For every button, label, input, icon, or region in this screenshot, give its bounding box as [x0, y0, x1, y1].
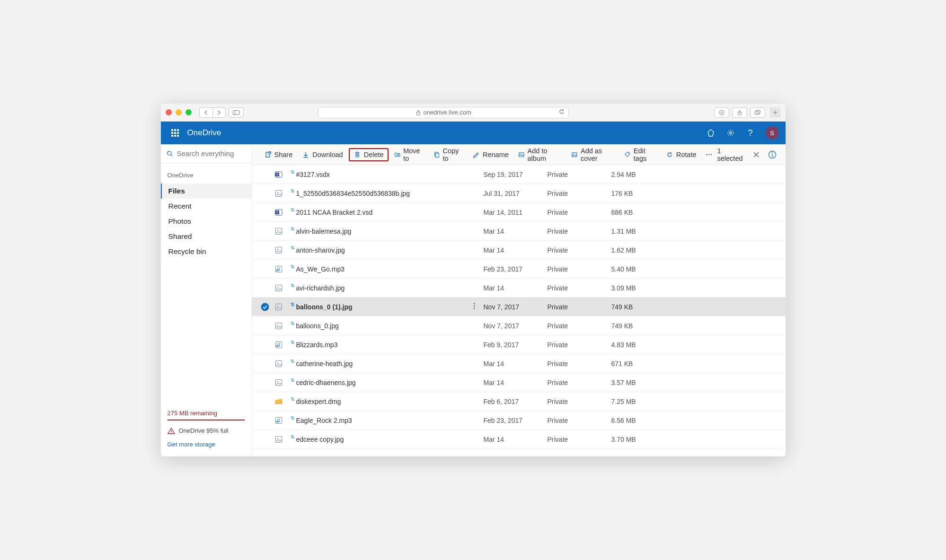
sidebar-item-files[interactable]: Files	[161, 184, 251, 199]
settings-icon[interactable]	[726, 128, 735, 138]
file-row[interactable]: V⇅2011 NCAA Bracket 2.vsdMar 14, 2011Pri…	[252, 203, 786, 222]
file-name-cell[interactable]: ⇅2011 NCAA Bracket 2.vsd	[291, 209, 470, 216]
share-label: Share	[274, 151, 293, 158]
sidebar-item-recycle-bin[interactable]: Recycle bin	[161, 244, 251, 259]
file-name-cell[interactable]: ⇅balloons_0 (1).jpg	[291, 303, 470, 311]
file-row[interactable]: ⇅alvin-balemesa.jpgMar 14Private1.31 MB	[252, 222, 786, 241]
file-row[interactable]: ⇅avi-richardsh.jpgMar 14Private3.09 MB	[252, 279, 786, 298]
file-sharing: Private	[548, 379, 611, 386]
file-row[interactable]: ⇅Eagle_Rock 2.mp3Feb 23, 2017Private6.56…	[252, 411, 786, 430]
file-sharing: Private	[548, 303, 611, 311]
file-size: 4.83 MB	[611, 341, 668, 349]
delete-button[interactable]: Delete	[349, 148, 389, 161]
visio-file-icon: V	[274, 170, 283, 179]
avatar[interactable]: S	[766, 126, 779, 140]
file-name: alvin-balemesa.jpg	[296, 228, 352, 235]
share-button[interactable]: Share	[260, 149, 297, 160]
svg-point-62	[473, 265, 475, 267]
maximize-window-button[interactable]	[186, 109, 192, 115]
file-row[interactable]: ⇅catherine-heath.jpgMar 14Private671 KB	[252, 354, 786, 373]
file-name-cell[interactable]: ⇅Eagle_Rock 2.mp3	[291, 417, 470, 424]
file-name-cell[interactable]: ⇅diskexpert.dmg	[291, 398, 470, 405]
tabs-button[interactable]	[750, 107, 765, 118]
file-modified: Sep 19, 2017	[484, 171, 548, 178]
app-launcher-button[interactable]	[168, 125, 183, 140]
file-name-cell[interactable]: ⇅avi-richardsh.jpg	[291, 284, 470, 292]
minimize-window-button[interactable]	[176, 109, 182, 115]
sidebar-toggle-button[interactable]	[229, 107, 244, 118]
file-name-cell[interactable]: ⇅alvin-balemesa.jpg	[291, 228, 470, 235]
edit-tags-button[interactable]: Edit tags	[620, 145, 660, 164]
svg-point-80	[473, 327, 475, 328]
add-to-album-button[interactable]: Add to album	[514, 145, 566, 164]
file-modified: Feb 23, 2017	[484, 265, 548, 273]
sidebar-item-recent[interactable]: Recent	[161, 199, 251, 214]
file-row[interactable]: ⇅1_52550d536834e52550d536838b.jpgJul 31,…	[252, 184, 786, 203]
file-row[interactable]: V⇅#3127.vsdxSep 19, 2017Private2.94 MB	[252, 165, 786, 184]
svg-rect-6	[756, 110, 760, 114]
svg-rect-7	[171, 129, 173, 131]
image-file-icon	[274, 189, 283, 198]
sidebar-item-photos[interactable]: Photos	[161, 214, 251, 229]
svg-point-93	[473, 381, 475, 383]
help-icon[interactable]: ?	[746, 128, 755, 138]
back-button[interactable]	[199, 107, 212, 118]
add-to-album-label: Add to album	[527, 147, 562, 162]
svg-point-92	[473, 379, 475, 380]
svg-point-58	[473, 246, 475, 248]
file-name-cell[interactable]: ⇅#3127.vsdx	[291, 171, 470, 178]
svg-point-33	[772, 152, 773, 153]
row-select-checkbox[interactable]	[256, 303, 274, 311]
search-input[interactable]	[177, 149, 245, 158]
rename-button[interactable]: Rename	[469, 149, 513, 160]
file-name-cell[interactable]: ⇅catherine-heath.jpg	[291, 360, 470, 368]
file-size: 3.70 MB	[611, 436, 668, 443]
more-actions-button[interactable]	[702, 149, 716, 160]
share-page-button[interactable]	[732, 107, 747, 118]
rotate-button[interactable]: Rotate	[662, 149, 700, 160]
file-row[interactable]: ⇅diskexpert.dmgFeb 6, 2017Private7.25 MB	[252, 392, 786, 411]
row-more-button[interactable]	[470, 302, 484, 311]
file-size: 686 KB	[611, 209, 668, 216]
file-row[interactable]: ⇅As_We_Go.mp3Feb 23, 2017Private5.40 MB	[252, 260, 786, 279]
file-row[interactable]: ⇅balloons_0 (1).jpgNov 7, 2017Private749…	[252, 298, 786, 316]
copy-to-button[interactable]: Copy to	[430, 145, 467, 164]
file-row[interactable]: ⇅cedric-dhaenens.jpgMar 14Private3.57 MB	[252, 373, 786, 392]
file-row[interactable]: ⇅edceee copy.jpgMar 14Private3.70 MB	[252, 430, 786, 449]
get-more-storage-link[interactable]: Get more storage	[168, 441, 245, 448]
info-pane-button[interactable]	[768, 149, 777, 160]
file-sharing: Private	[548, 417, 611, 424]
file-name-cell[interactable]: ⇅1_52550d536834e52550d536838b.jpg	[291, 190, 470, 197]
downloads-button[interactable]	[714, 107, 729, 118]
svg-point-16	[729, 132, 732, 134]
address-bar[interactable]: onedrive.live.com	[318, 107, 569, 118]
file-name-cell[interactable]: ⇅balloons_0.jpg	[291, 322, 470, 330]
new-tab-button[interactable]: +	[770, 107, 780, 118]
file-name-cell[interactable]: ⇅edceee copy.jpg	[291, 436, 470, 443]
file-row[interactable]: ⇅anton-sharov.jpgMar 14Private1.62 MB	[252, 241, 786, 260]
file-name-cell[interactable]: ⇅As_We_Go.mp3	[291, 265, 470, 273]
svg-rect-14	[174, 135, 176, 137]
close-window-button[interactable]	[166, 109, 172, 115]
sidebar-item-shared[interactable]: Shared	[161, 229, 251, 244]
file-name: 1_52550d536834e52550d536838b.jpg	[296, 190, 410, 197]
image-file-icon	[274, 378, 283, 387]
file-row[interactable]: ⇅balloons_0.jpgNov 7, 2017Private749 KB	[252, 316, 786, 335]
premium-icon[interactable]	[706, 128, 716, 138]
file-name-cell[interactable]: ⇅Blizzards.mp3	[291, 341, 470, 349]
add-as-cover-button[interactable]: Add as cover	[567, 145, 619, 164]
forward-button[interactable]	[212, 107, 226, 118]
sync-indicator-icon: ⇅	[291, 245, 294, 250]
file-name-cell[interactable]: ⇅cedric-dhaenens.jpg	[291, 379, 470, 386]
image-file-icon	[274, 359, 283, 368]
svg-point-75	[473, 308, 475, 309]
clear-selection-button[interactable]	[751, 149, 761, 160]
warning-icon	[168, 428, 175, 434]
file-row[interactable]: ⇅Blizzards.mp3Feb 9, 2017Private4.83 MB	[252, 335, 786, 354]
audio-file-icon	[274, 265, 283, 273]
download-button[interactable]: Download	[298, 149, 347, 160]
move-to-button[interactable]: Move to	[390, 145, 428, 164]
reload-icon[interactable]	[559, 109, 565, 116]
file-name-cell[interactable]: ⇅anton-sharov.jpg	[291, 246, 470, 254]
svg-point-82	[473, 341, 475, 342]
